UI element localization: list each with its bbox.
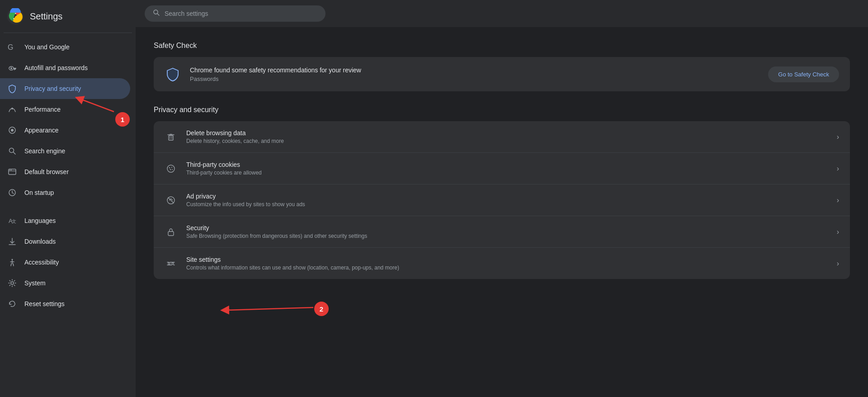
ad-privacy-icon (165, 194, 177, 207)
sidebar-item-autofill[interactable]: Autofill and passwords (0, 57, 130, 78)
svg-point-9 (11, 108, 13, 109)
search-bar[interactable]: Search settings (145, 5, 326, 22)
lock-icon (165, 226, 177, 238)
ad-privacy-text: Ad privacy Customize the info used by si… (186, 193, 828, 208)
app-title: Settings (30, 11, 62, 22)
svg-point-28 (11, 282, 14, 284)
search-placeholder-text: Search settings (165, 10, 208, 17)
system-icon (7, 278, 17, 288)
sidebar-item-you-and-google[interactable]: G You and Google (0, 37, 130, 57)
safety-shield-icon (165, 66, 181, 82)
sidebar-label-reset-settings: Reset settings (24, 300, 65, 307)
shield-icon (7, 84, 17, 94)
third-party-cookies-title: Third-party cookies (186, 161, 828, 168)
sidebar-label-languages: Languages (24, 217, 56, 224)
sidebar-item-on-startup[interactable]: On startup (0, 182, 130, 203)
security-title: Security (186, 224, 828, 232)
sidebar: Settings G You and Google Autofill and p… (0, 0, 136, 397)
go-to-safety-check-button[interactable]: Go to Safety Check (768, 66, 839, 82)
svg-point-38 (170, 169, 171, 170)
performance-icon (7, 104, 17, 114)
sidebar-item-languages[interactable]: A文 Languages (0, 210, 130, 231)
settings-item-site-settings[interactable]: Site settings Controls what information … (154, 248, 850, 279)
sidebar-label-autofill: Autofill and passwords (24, 64, 88, 71)
search-bar-container: Search settings (136, 0, 868, 27)
privacy-security-section-title: Privacy and security (154, 106, 850, 114)
svg-rect-6 (13, 68, 16, 69)
svg-line-13 (14, 152, 16, 155)
sidebar-item-privacy[interactable]: Privacy and security (0, 78, 130, 99)
svg-point-35 (167, 165, 175, 172)
languages-icon: A文 (7, 216, 17, 226)
safety-check-text: Chrome found some safety recommendations… (190, 66, 759, 82)
security-desc: Safe Browsing (protection from dangerous… (186, 233, 828, 239)
svg-point-44 (172, 263, 174, 265)
svg-rect-42 (168, 232, 174, 236)
main-content: Search settings Safety Check Chrome foun… (136, 0, 868, 397)
startup-icon (7, 188, 17, 198)
content-area: Safety Check Chrome found some safety re… (136, 27, 868, 397)
browser-icon (7, 167, 17, 177)
sidebar-item-default-browser[interactable]: Default browser (0, 161, 130, 182)
ad-privacy-title: Ad privacy (186, 193, 828, 200)
safety-check-subtitle: Passwords (190, 76, 759, 82)
site-settings-title: Site settings (186, 256, 828, 263)
appearance-icon (7, 125, 17, 135)
safety-check-title: Chrome found some safety recommendations… (190, 66, 759, 74)
sidebar-label-performance: Performance (24, 106, 61, 113)
reset-icon (7, 299, 17, 309)
svg-line-41 (168, 198, 174, 203)
chevron-right-icon-cookies: › (837, 165, 839, 173)
svg-rect-31 (169, 136, 173, 140)
svg-point-11 (11, 129, 14, 132)
sidebar-label-appearance: Appearance (24, 127, 59, 134)
safety-check-section-title: Safety Check (154, 42, 850, 50)
delete-browsing-data-desc: Delete history, cookies, cache, and more (186, 138, 828, 144)
svg-point-43 (168, 263, 170, 265)
sidebar-item-performance[interactable]: Performance (0, 99, 130, 120)
downloads-icon (7, 236, 17, 246)
settings-item-security[interactable]: Security Safe Browsing (protection from … (154, 216, 850, 248)
svg-rect-7 (15, 69, 16, 70)
google-icon: G (7, 42, 17, 52)
search-icon (7, 146, 17, 156)
svg-point-36 (169, 167, 170, 168)
svg-point-16 (9, 170, 10, 170)
accessibility-icon (7, 257, 17, 267)
chrome-logo-icon (7, 8, 24, 24)
sidebar-label-accessibility: Accessibility (24, 259, 59, 266)
sidebar-label-you-and-google: You and Google (24, 43, 70, 51)
chevron-right-icon-security: › (837, 228, 839, 236)
sidebar-item-accessibility[interactable]: Accessibility (0, 252, 130, 273)
svg-point-5 (10, 67, 12, 69)
sidebar-label-system: System (24, 279, 46, 287)
chevron-right-icon-ad-privacy: › (837, 196, 839, 204)
site-settings-icon (165, 257, 177, 270)
sidebar-header: Settings (0, 0, 136, 33)
site-settings-desc: Controls what information sites can use … (186, 265, 828, 271)
sidebar-label-on-startup: On startup (24, 189, 54, 196)
sidebar-item-system[interactable]: System (0, 273, 130, 293)
svg-point-23 (12, 259, 13, 260)
settings-item-ad-privacy[interactable]: Ad privacy Customize the info used by si… (154, 184, 850, 216)
sidebar-item-search-engine[interactable]: Search engine (0, 141, 130, 161)
trash-icon (165, 131, 177, 143)
sidebar-item-appearance[interactable]: Appearance (0, 120, 130, 141)
sidebar-label-search-engine: Search engine (24, 147, 65, 155)
cookie-icon (165, 162, 177, 175)
svg-line-27 (13, 264, 14, 266)
settings-item-third-party-cookies[interactable]: Third-party cookies Third-party cookies … (154, 153, 850, 184)
svg-point-37 (171, 167, 172, 168)
sidebar-item-downloads[interactable]: Downloads (0, 231, 130, 252)
privacy-settings-list: Delete browsing data Delete history, coo… (154, 121, 850, 279)
sidebar-label-privacy: Privacy and security (24, 85, 81, 92)
svg-text:G: G (8, 43, 13, 51)
svg-text:文: 文 (12, 219, 16, 224)
third-party-cookies-text: Third-party cookies Third-party cookies … (186, 161, 828, 176)
sidebar-item-reset-settings[interactable]: Reset settings (0, 293, 130, 314)
security-text: Security Safe Browsing (protection from … (186, 224, 828, 239)
key-icon (7, 63, 17, 73)
svg-line-26 (11, 264, 11, 266)
sidebar-label-downloads: Downloads (24, 238, 56, 245)
settings-item-delete-browsing-data[interactable]: Delete browsing data Delete history, coo… (154, 121, 850, 153)
